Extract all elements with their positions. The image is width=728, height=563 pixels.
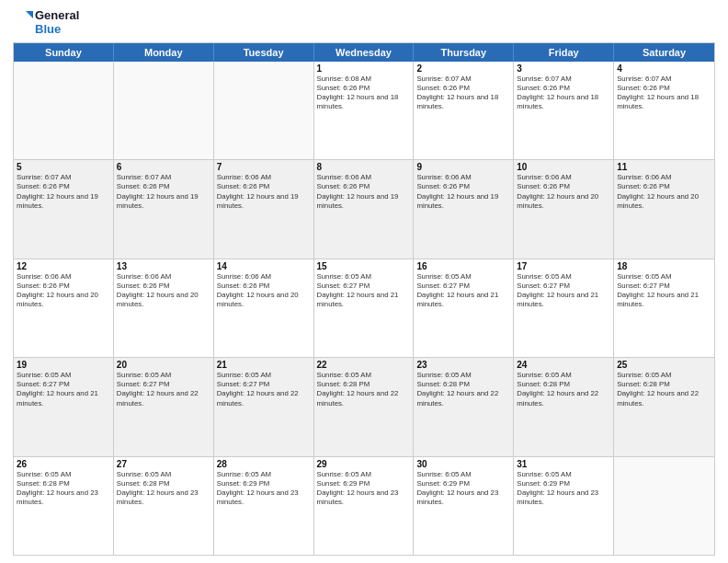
logo-text-blue: Blue xyxy=(35,23,79,37)
calendar-row: 12Sunrise: 6:06 AM Sunset: 6:26 PM Dayli… xyxy=(14,259,714,358)
cell-info: Sunrise: 6:07 AM Sunset: 6:26 PM Dayligh… xyxy=(17,173,110,211)
calendar-cell: 31Sunrise: 6:05 AM Sunset: 6:29 PM Dayli… xyxy=(514,457,614,555)
cell-info: Sunrise: 6:06 AM Sunset: 6:26 PM Dayligh… xyxy=(416,173,510,211)
day-number: 31 xyxy=(517,459,610,469)
calendar-row: 1Sunrise: 6:08 AM Sunset: 6:26 PM Daylig… xyxy=(14,62,714,160)
weekday-header: Saturday xyxy=(614,43,714,62)
day-number: 6 xyxy=(117,162,210,172)
cell-info: Sunrise: 6:07 AM Sunset: 6:26 PM Dayligh… xyxy=(517,75,610,112)
day-number: 22 xyxy=(317,360,411,370)
cell-info: Sunrise: 6:07 AM Sunset: 6:26 PM Dayligh… xyxy=(617,75,711,112)
calendar-cell: 28Sunrise: 6:05 AM Sunset: 6:29 PM Dayli… xyxy=(214,457,314,555)
day-number: 5 xyxy=(17,162,110,172)
calendar-cell: 8Sunrise: 6:06 AM Sunset: 6:26 PM Daylig… xyxy=(314,160,415,258)
calendar-cell xyxy=(114,62,214,159)
cell-info: Sunrise: 6:05 AM Sunset: 6:27 PM Dayligh… xyxy=(416,272,510,310)
day-number: 23 xyxy=(416,360,510,370)
cell-info: Sunrise: 6:05 AM Sunset: 6:27 PM Dayligh… xyxy=(17,371,110,408)
cell-info: Sunrise: 6:06 AM Sunset: 6:26 PM Dayligh… xyxy=(217,272,311,310)
cell-info: Sunrise: 6:05 AM Sunset: 6:27 PM Dayligh… xyxy=(217,371,311,408)
calendar-cell: 11Sunrise: 6:06 AM Sunset: 6:26 PM Dayli… xyxy=(614,160,714,258)
cell-info: Sunrise: 6:05 AM Sunset: 6:28 PM Dayligh… xyxy=(416,371,510,408)
calendar-row: 19Sunrise: 6:05 AM Sunset: 6:27 PM Dayli… xyxy=(14,358,714,456)
day-number: 25 xyxy=(617,360,711,370)
calendar-cell: 25Sunrise: 6:05 AM Sunset: 6:28 PM Dayli… xyxy=(614,358,714,455)
day-number: 24 xyxy=(517,360,610,370)
calendar-cell: 23Sunrise: 6:05 AM Sunset: 6:28 PM Dayli… xyxy=(414,358,514,455)
calendar-cell: 13Sunrise: 6:06 AM Sunset: 6:26 PM Dayli… xyxy=(114,259,214,357)
day-number: 15 xyxy=(317,261,411,271)
calendar-cell xyxy=(614,457,714,555)
day-number: 28 xyxy=(217,459,311,469)
day-number: 26 xyxy=(17,459,110,469)
calendar-cell: 2Sunrise: 6:07 AM Sunset: 6:26 PM Daylig… xyxy=(414,62,514,159)
day-number: 27 xyxy=(117,459,210,469)
svg-marker-0 xyxy=(26,11,33,18)
calendar-cell: 24Sunrise: 6:05 AM Sunset: 6:28 PM Dayli… xyxy=(514,358,614,455)
day-number: 2 xyxy=(416,63,510,74)
logo-icon xyxy=(13,11,33,35)
day-number: 20 xyxy=(117,360,210,370)
day-number: 19 xyxy=(17,360,110,370)
weekday-header: Thursday xyxy=(414,43,514,62)
day-number: 16 xyxy=(416,261,510,271)
calendar-cell: 27Sunrise: 6:05 AM Sunset: 6:28 PM Dayli… xyxy=(114,457,214,555)
calendar-cell: 17Sunrise: 6:05 AM Sunset: 6:27 PM Dayli… xyxy=(514,259,614,357)
cell-info: Sunrise: 6:05 AM Sunset: 6:28 PM Dayligh… xyxy=(317,371,411,408)
calendar-cell: 5Sunrise: 6:07 AM Sunset: 6:26 PM Daylig… xyxy=(14,160,114,258)
cell-info: Sunrise: 6:05 AM Sunset: 6:27 PM Dayligh… xyxy=(617,272,711,310)
calendar-page: General Blue SundayMondayTuesdayWednesda… xyxy=(0,0,728,563)
cell-info: Sunrise: 6:07 AM Sunset: 6:26 PM Dayligh… xyxy=(416,75,510,112)
weekday-header: Sunday xyxy=(14,43,114,62)
calendar-cell: 16Sunrise: 6:05 AM Sunset: 6:27 PM Dayli… xyxy=(414,259,514,357)
calendar-cell: 22Sunrise: 6:05 AM Sunset: 6:28 PM Dayli… xyxy=(314,358,415,455)
calendar-cell: 4Sunrise: 6:07 AM Sunset: 6:26 PM Daylig… xyxy=(614,62,714,159)
day-number: 13 xyxy=(117,261,210,271)
logo-text-general: General xyxy=(35,9,79,23)
cell-info: Sunrise: 6:05 AM Sunset: 6:28 PM Dayligh… xyxy=(117,470,210,508)
weekday-header: Tuesday xyxy=(214,43,314,62)
day-number: 29 xyxy=(317,459,411,469)
calendar-cell: 6Sunrise: 6:07 AM Sunset: 6:26 PM Daylig… xyxy=(114,160,214,258)
calendar-cell: 30Sunrise: 6:05 AM Sunset: 6:29 PM Dayli… xyxy=(414,457,514,555)
day-number: 14 xyxy=(217,261,311,271)
day-number: 12 xyxy=(17,261,110,271)
day-number: 9 xyxy=(416,162,510,172)
calendar-header: SundayMondayTuesdayWednesdayThursdayFrid… xyxy=(14,43,714,62)
weekday-header: Monday xyxy=(114,43,214,62)
cell-info: Sunrise: 6:06 AM Sunset: 6:26 PM Dayligh… xyxy=(217,173,311,211)
day-number: 7 xyxy=(217,162,311,172)
day-number: 8 xyxy=(317,162,411,172)
cell-info: Sunrise: 6:05 AM Sunset: 6:27 PM Dayligh… xyxy=(517,272,610,310)
calendar-cell: 21Sunrise: 6:05 AM Sunset: 6:27 PM Dayli… xyxy=(214,358,314,455)
calendar: SundayMondayTuesdayWednesdayThursdayFrid… xyxy=(13,42,715,556)
cell-info: Sunrise: 6:06 AM Sunset: 6:26 PM Dayligh… xyxy=(17,272,110,310)
cell-info: Sunrise: 6:08 AM Sunset: 6:26 PM Dayligh… xyxy=(317,75,411,112)
calendar-row: 5Sunrise: 6:07 AM Sunset: 6:26 PM Daylig… xyxy=(14,160,714,259)
day-number: 10 xyxy=(517,162,610,172)
weekday-header: Friday xyxy=(514,43,614,62)
calendar-cell xyxy=(214,62,314,159)
calendar-cell: 10Sunrise: 6:06 AM Sunset: 6:26 PM Dayli… xyxy=(514,160,614,258)
day-number: 4 xyxy=(617,63,711,74)
weekday-header: Wednesday xyxy=(314,43,415,62)
logo: General Blue xyxy=(13,9,79,37)
calendar-cell: 19Sunrise: 6:05 AM Sunset: 6:27 PM Dayli… xyxy=(14,358,114,455)
cell-info: Sunrise: 6:05 AM Sunset: 6:29 PM Dayligh… xyxy=(217,470,311,508)
calendar-cell: 7Sunrise: 6:06 AM Sunset: 6:26 PM Daylig… xyxy=(214,160,314,258)
calendar-cell: 9Sunrise: 6:06 AM Sunset: 6:26 PM Daylig… xyxy=(414,160,514,258)
calendar-cell: 15Sunrise: 6:05 AM Sunset: 6:27 PM Dayli… xyxy=(314,259,415,357)
cell-info: Sunrise: 6:05 AM Sunset: 6:28 PM Dayligh… xyxy=(17,470,110,508)
cell-info: Sunrise: 6:06 AM Sunset: 6:26 PM Dayligh… xyxy=(117,272,210,310)
calendar-cell: 3Sunrise: 6:07 AM Sunset: 6:26 PM Daylig… xyxy=(514,62,614,159)
day-number: 11 xyxy=(617,162,711,172)
day-number: 30 xyxy=(416,459,510,469)
calendar-row: 26Sunrise: 6:05 AM Sunset: 6:28 PM Dayli… xyxy=(14,457,714,555)
calendar-cell: 1Sunrise: 6:08 AM Sunset: 6:26 PM Daylig… xyxy=(314,62,415,159)
calendar-cell: 12Sunrise: 6:06 AM Sunset: 6:26 PM Dayli… xyxy=(14,259,114,357)
calendar-cell: 26Sunrise: 6:05 AM Sunset: 6:28 PM Dayli… xyxy=(14,457,114,555)
calendar-cell: 29Sunrise: 6:05 AM Sunset: 6:29 PM Dayli… xyxy=(314,457,415,555)
cell-info: Sunrise: 6:06 AM Sunset: 6:26 PM Dayligh… xyxy=(517,173,610,211)
cell-info: Sunrise: 6:07 AM Sunset: 6:26 PM Dayligh… xyxy=(117,173,210,211)
header: General Blue xyxy=(13,9,715,37)
